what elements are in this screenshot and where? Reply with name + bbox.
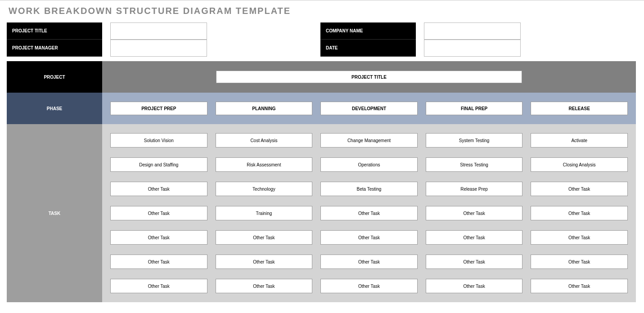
wbs-phase-row: PHASE PROJECT PREP PLANNING DEVELOPMENT … [7, 93, 636, 124]
task-box[interactable]: Other Task [216, 230, 313, 245]
phase-box[interactable]: DEVELOPMENT [320, 102, 418, 115]
task-box[interactable]: Other Task [426, 230, 523, 245]
task-box[interactable]: Operations [320, 157, 418, 172]
task-box[interactable]: Risk Assessment [216, 157, 313, 172]
task-box[interactable]: Solution Vision [110, 133, 207, 148]
phase-box[interactable]: PLANNING [216, 102, 313, 115]
task-box[interactable]: Other Task [426, 206, 523, 220]
wbs-task-row: TASK Solution Vision Cost Analysis Chang… [7, 124, 636, 302]
project-manager-input[interactable] [110, 40, 207, 57]
task-box[interactable]: Design and Staffing [110, 157, 207, 172]
task-box[interactable]: Other Task [531, 206, 628, 220]
task-sidebar-label: TASK [7, 124, 102, 302]
project-manager-label: PROJECT MANAGER [7, 40, 102, 57]
task-box[interactable]: Release Prep [426, 182, 523, 196]
header-fields: PROJECT TITLE PROJECT MANAGER COMPANY NA… [7, 22, 637, 57]
wbs-diagram: PROJECT PROJECT TITLE PHASE PROJECT PREP… [7, 61, 636, 302]
task-box[interactable]: Stress Testing [426, 157, 523, 172]
task-box[interactable]: Other Task [531, 182, 628, 196]
page: WORK BREAKDOWN STRUCTURE DIAGRAM TEMPLAT… [0, 0, 644, 309]
task-box[interactable]: Other Task [426, 255, 523, 269]
project-title-input[interactable] [110, 22, 207, 40]
task-body: Solution Vision Cost Analysis Change Man… [102, 124, 636, 302]
phase-body: PROJECT PREP PLANNING DEVELOPMENT FINAL … [102, 93, 636, 124]
phase-sidebar-label: PHASE [7, 93, 102, 124]
task-box[interactable]: Other Task [531, 230, 628, 245]
date-label: DATE [320, 40, 416, 57]
wbs-project-row: PROJECT PROJECT TITLE [7, 61, 636, 93]
task-box[interactable]: Cost Analysis [216, 133, 313, 148]
task-box[interactable]: Other Task [110, 182, 207, 196]
task-box[interactable]: Training [216, 206, 313, 220]
task-box[interactable]: Other Task [110, 255, 207, 269]
task-box[interactable]: Other Task [110, 230, 207, 245]
header-right-column: COMPANY NAME DATE [320, 22, 521, 57]
document-title: WORK BREAKDOWN STRUCTURE DIAGRAM TEMPLAT… [9, 6, 637, 16]
phase-grid: PROJECT PREP PLANNING DEVELOPMENT FINAL … [110, 102, 628, 115]
task-box[interactable]: Other Task [320, 255, 418, 269]
task-box[interactable]: Technology [216, 182, 313, 196]
task-box[interactable]: System Testing [426, 133, 523, 148]
project-sidebar-label: PROJECT [7, 61, 102, 93]
phase-box[interactable]: PROJECT PREP [110, 102, 207, 115]
task-box[interactable]: Other Task [110, 279, 207, 293]
task-box[interactable]: Change Management [320, 133, 418, 148]
task-box[interactable]: Activate [531, 133, 628, 148]
task-box[interactable]: Other Task [216, 279, 313, 293]
company-name-input[interactable] [424, 22, 521, 40]
task-box[interactable]: Other Task [110, 206, 207, 220]
task-box[interactable]: Other Task [320, 230, 418, 245]
date-input[interactable] [424, 40, 521, 57]
project-body: PROJECT TITLE [102, 61, 636, 93]
project-title-label: PROJECT TITLE [7, 22, 102, 40]
task-box[interactable]: Other Task [426, 279, 523, 293]
task-box[interactable]: Other Task [320, 279, 418, 293]
task-box[interactable]: Other Task [531, 279, 628, 293]
phase-box[interactable]: FINAL PREP [426, 102, 523, 115]
project-title-box[interactable]: PROJECT TITLE [216, 71, 522, 83]
task-box[interactable]: Other Task [320, 206, 418, 220]
task-box[interactable]: Closing Analysis [531, 157, 628, 172]
task-box[interactable]: Beta Testing [320, 182, 418, 196]
task-grid: Solution Vision Cost Analysis Change Man… [110, 133, 628, 293]
company-name-label: COMPANY NAME [320, 22, 416, 40]
task-box[interactable]: Other Task [216, 255, 313, 269]
task-box[interactable]: Other Task [531, 255, 628, 269]
phase-box[interactable]: RELEASE [531, 102, 628, 115]
header-left-column: PROJECT TITLE PROJECT MANAGER [7, 22, 207, 57]
